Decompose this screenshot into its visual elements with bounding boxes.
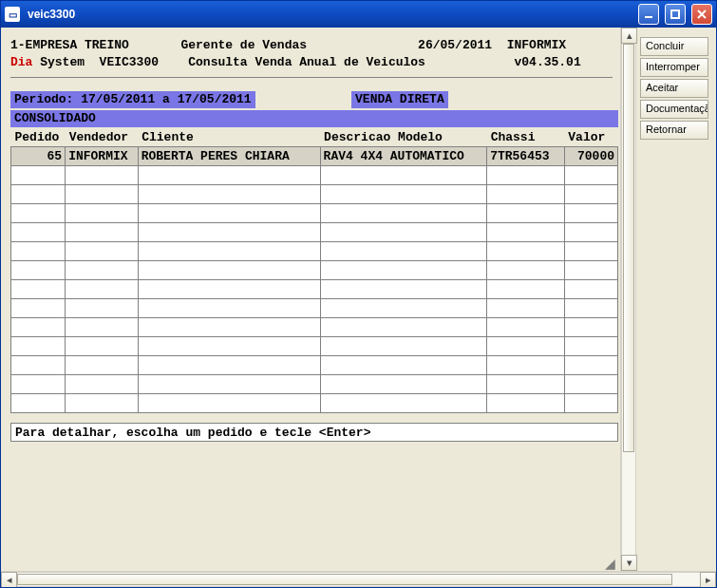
results-table-wrap: Pedido Vendedor Cliente Descricao Modelo… [10,129,618,413]
cell-vendedor: INFORMIX [66,146,139,165]
cell-empty [487,355,565,374]
close-button[interactable] [691,4,712,25]
cell-empty [564,260,617,279]
concluir-button[interactable]: Concluir [640,37,708,56]
table-row[interactable] [11,374,618,393]
aceitar-button[interactable]: Aceitar [640,79,708,98]
table-row[interactable] [11,260,618,279]
cell-empty [487,393,565,412]
cell-empty [564,184,617,203]
app-window: ▭ veic3300 1-EMPRESA TREINO Gerente de V… [0,0,717,588]
table-row[interactable] [11,222,618,241]
cell-empty [320,393,487,412]
table-row[interactable] [11,165,618,184]
hscroll-track[interactable] [17,572,700,587]
cell-empty [138,260,320,279]
cell-empty [66,165,139,184]
table-row[interactable] [11,336,618,355]
resize-grip-icon[interactable]: ◢ [605,556,618,569]
scroll-down-button[interactable]: ▾ [621,555,637,571]
col-descricao: Descricao Modelo [320,129,487,146]
hscroll-thumb[interactable] [17,574,672,585]
table-row[interactable] [11,203,618,222]
table-row[interactable] [11,184,618,203]
subtitle-label: Consulta Venda Anual de Veiculos [188,55,425,69]
cell-empty [66,222,139,241]
cell-empty [138,374,320,393]
cell-pedido: 65 [11,146,66,165]
cell-empty [11,222,66,241]
scroll-left-button[interactable]: ◂ [1,572,17,587]
cell-empty [66,336,139,355]
version-label: v04.35.01 [515,55,581,69]
table-row[interactable] [11,355,618,374]
col-chassi: Chassi [487,129,565,146]
cell-empty [66,355,139,374]
cell-empty [564,241,617,260]
table-row[interactable] [11,317,618,336]
cell-empty [320,222,487,241]
maximize-button[interactable] [665,4,686,25]
horizontal-scrollbar[interactable]: ◂ ▸ [1,571,716,587]
col-valor: Valor [564,129,617,146]
cell-empty [564,355,617,374]
user-label: INFORMIX [507,38,566,52]
col-vendedor: Vendedor [66,129,139,146]
table-header-row: Pedido Vendedor Cliente Descricao Modelo… [11,129,618,146]
cell-empty [11,279,66,298]
sys-prefix: Dia [10,55,32,69]
cell-empty [11,241,66,260]
cell-empty [138,336,320,355]
scroll-track[interactable] [621,44,636,555]
cell-empty [66,241,139,260]
cell-empty [138,298,320,317]
scroll-thumb[interactable] [623,44,634,452]
action-sidebar: ConcluirInterromperAceitarDocumentaçãoRe… [636,28,716,571]
table-row[interactable]: 65INFORMIXROBERTA PERES CHIARARAV4 4X4 A… [11,146,618,165]
cell-empty [11,317,66,336]
cell-empty [138,355,320,374]
cell-cliente: ROBERTA PERES CHIARA [138,146,320,165]
cell-empty [66,184,139,203]
scroll-right-button[interactable]: ▸ [700,572,716,587]
retornar-button[interactable]: Retornar [640,121,708,140]
filter-row: Periodo: 17/05/2011 a 17/05/2011 VENDA D… [10,91,613,108]
cell-empty [320,165,487,184]
cell-empty [66,279,139,298]
company-label: 1-EMPRESA TREINO [10,38,129,52]
report-header: 1-EMPRESA TREINO Gerente de Vendas 26/05… [10,37,613,71]
cell-empty [66,260,139,279]
cell-empty [487,260,565,279]
cell-empty [11,393,66,412]
cell-empty [66,393,139,412]
separator [10,77,613,78]
cell-empty [320,260,487,279]
cell-descricao: RAV4 4X4 AUTOMATICO [320,146,487,165]
table-row[interactable] [11,279,618,298]
interromper-button[interactable]: Interromper [640,58,708,77]
cell-empty [487,279,565,298]
cell-empty [487,241,565,260]
cell-empty [320,184,487,203]
cell-empty [11,298,66,317]
table-row[interactable] [11,241,618,260]
scroll-up-button[interactable]: ▴ [621,28,637,44]
cell-empty [564,203,617,222]
cell-empty [138,165,320,184]
cell-empty [487,184,565,203]
table-row[interactable] [11,393,618,412]
titlebar: ▭ veic3300 [1,1,716,28]
vertical-scrollbar[interactable]: ▴ ▾ [620,28,636,571]
svg-rect-1 [671,10,679,18]
documentacao-button[interactable]: Documentação [640,100,708,119]
cell-empty [487,222,565,241]
cell-empty [66,203,139,222]
table-row[interactable] [11,298,618,317]
minimize-button[interactable] [638,4,659,25]
cell-empty [320,336,487,355]
cell-empty [11,203,66,222]
cell-empty [320,355,487,374]
cell-empty [487,317,565,336]
cell-empty [138,184,320,203]
app-icon: ▭ [5,7,20,22]
